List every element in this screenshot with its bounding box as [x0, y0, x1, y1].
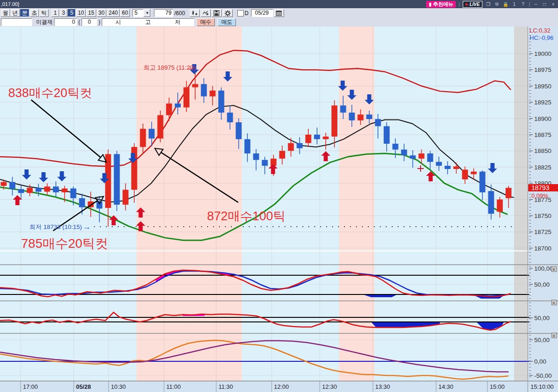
- time-axis-label: 05/28: [76, 383, 91, 390]
- add-candle-icon[interactable]: [190, 9, 200, 17]
- ohl-bar: 시 고 저: [102, 18, 194, 26]
- price-axis-label: 18725: [534, 229, 552, 235]
- recommended-menu-badge[interactable]: ▮추천메뉴: [426, 1, 456, 8]
- time-axis-label: 12:30: [322, 383, 337, 390]
- oscillator-axis-label: 50,00: [534, 315, 550, 321]
- svg-text:x: x: [553, 267, 555, 272]
- price-axis-label: 19000: [534, 50, 552, 57]
- price-axis-label: 18950: [534, 83, 552, 90]
- trading-chart-window: { "titlebar": { "left_text": ",017.00]",…: [0, 0, 558, 392]
- high-marker-arrow-icon: →: [186, 63, 194, 72]
- chevron-down-icon[interactable]: ▼: [143, 9, 150, 17]
- open-interest-value: 0: [54, 18, 77, 26]
- price-axis-label: 18900: [534, 115, 552, 122]
- candle-bullish[interactable]: [158, 111, 164, 142]
- minimize-icon[interactable]: ─: [533, 2, 539, 7]
- period-button-년[interactable]: 년: [11, 9, 20, 17]
- sell-button[interactable]: 매도: [218, 18, 236, 26]
- time-axis-label: 11:30: [219, 383, 233, 390]
- candle-bearish[interactable]: [114, 151, 120, 211]
- interval-combo-value[interactable]: 5: [132, 9, 143, 17]
- interval-button-240[interactable]: 240: [107, 9, 120, 17]
- time-axis-label: 10:30: [111, 383, 126, 390]
- time-axis-label: 11:00: [166, 383, 181, 390]
- session-highlight-band: [339, 27, 374, 381]
- time-axis-label: 17:00: [23, 383, 38, 390]
- open-interest-label: 미결제: [36, 18, 53, 26]
- note-785: 785매수20틱컷: [21, 236, 108, 250]
- interval-button-10[interactable]: 10: [76, 9, 86, 17]
- oscillator-axis-label: 50,00: [534, 337, 550, 343]
- period-button-초[interactable]: 초: [30, 9, 39, 17]
- price-axis-label: 18700: [534, 245, 552, 252]
- divider: |: [529, 1, 530, 7]
- price-axis-label: 18750: [534, 212, 552, 219]
- time-axis-label: 13:30: [375, 383, 390, 390]
- time-axis-label: 12:00: [274, 383, 289, 390]
- lock-icon[interactable]: 🔒: [503, 2, 509, 7]
- live-badge[interactable]: ▶LIVE: [463, 1, 482, 8]
- symbol-field[interactable]: [1, 18, 32, 26]
- paren-close: ): [98, 19, 100, 25]
- interval-button-60[interactable]: 60: [120, 9, 130, 17]
- high-price-label: 고: [145, 19, 151, 26]
- quote-info-bar: 미결제 0 ( 0 ) 시 고 저 매수 매도: [0, 17, 558, 27]
- open-price-label: 시: [115, 19, 121, 26]
- bar-total-label: /600: [174, 10, 185, 16]
- divider: |: [459, 1, 460, 7]
- lc-label: LC:0,32: [530, 27, 551, 34]
- clipboard-icon: ▮: [429, 1, 432, 7]
- title-bar: ,017.00] ▮추천메뉴 | ▶LIVE ❐ ⧉ 🔒 1 ? | ─ □ ×: [0, 0, 558, 8]
- interval-button-1[interactable]: 1: [51, 9, 59, 17]
- price-axis-label: 18875: [534, 131, 552, 138]
- panel-close-button[interactable]: x: [552, 267, 557, 272]
- interval-button-5[interactable]: 5: [68, 9, 76, 17]
- panel-close-button[interactable]: x: [552, 333, 557, 338]
- close-icon[interactable]: ×: [550, 2, 556, 7]
- period-button-틱[interactable]: 틱: [39, 9, 49, 17]
- hc-label: HC:-0,96: [530, 34, 553, 41]
- help-icon[interactable]: ?: [520, 2, 526, 7]
- date-input[interactable]: 05/29: [251, 9, 273, 17]
- window-title-text: ,017.00]: [0, 1, 19, 7]
- time-axis-corner-label: 15:10:00: [531, 383, 554, 390]
- daily-checkbox-label: D: [245, 10, 249, 16]
- oscillator-axis-label: 0,00: [534, 358, 546, 365]
- current-price-value: 18793: [531, 184, 549, 191]
- daily-checkbox[interactable]: [237, 10, 244, 16]
- buy-button[interactable]: 매수: [197, 18, 215, 26]
- svg-text:x: x: [553, 333, 555, 338]
- interval-button-30[interactable]: 30: [97, 9, 106, 17]
- add-trendline-icon[interactable]: [201, 9, 211, 17]
- period-button-분[interactable]: 분: [20, 9, 29, 17]
- svg-text:x: x: [553, 300, 555, 305]
- time-axis-label: 14:30: [438, 383, 454, 390]
- oscillator-axis-label: 50,00: [534, 281, 550, 288]
- chart-toolbar: 월년분초틱 13510153024060 5 ▼ 79 /600 D 05/29: [0, 8, 558, 17]
- note-838: 838매수20틱컷: [8, 86, 92, 100]
- period-button-월[interactable]: 월: [1, 9, 10, 17]
- low-marker-arrow-icon: →: [82, 222, 91, 231]
- settings-gear-icon[interactable]: [223, 9, 233, 17]
- chart-canvas[interactable]: 838매수20틱컷785매수20틱컷872매수100틱최고 18975 (11:…: [0, 27, 558, 392]
- screen-number[interactable]: 1: [511, 2, 517, 7]
- cascade-window-icon[interactable]: ⧉: [494, 1, 500, 7]
- open-interest-change: 0: [82, 18, 97, 26]
- save-icon[interactable]: [212, 9, 222, 17]
- oscillator-axis-label: 100,00: [534, 265, 553, 272]
- oscillator-axis-label: -50,00: [534, 372, 552, 379]
- current-change-value: 0,09%: [531, 192, 548, 199]
- play-icon: ▶: [465, 2, 469, 6]
- future-margin-band: [514, 27, 528, 381]
- interval-button-3[interactable]: 3: [60, 9, 67, 17]
- restore-window-icon[interactable]: ❐: [485, 2, 491, 7]
- interval-button-15[interactable]: 15: [86, 9, 96, 17]
- maximize-icon[interactable]: □: [542, 2, 547, 7]
- bar-count-input[interactable]: 79: [154, 9, 173, 17]
- low-price-marker: 최저 18733 (10:15): [29, 223, 82, 230]
- calendar-icon[interactable]: [274, 9, 284, 17]
- price-axis-label: 18925: [534, 99, 552, 106]
- panel-close-button[interactable]: x: [552, 300, 557, 305]
- time-axis-label: 15:00: [490, 383, 505, 390]
- note-872: 872매수100틱: [207, 209, 285, 223]
